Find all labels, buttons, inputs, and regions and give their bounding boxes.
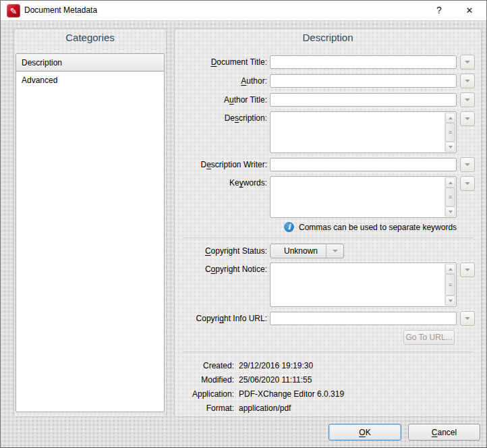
format-label: Format: xyxy=(187,401,234,416)
keywords-row: Keywords: ≡ xyxy=(175,176,473,218)
author-title-row: Author Title: xyxy=(175,92,473,107)
copyright-info-url-input[interactable] xyxy=(270,312,457,325)
scroll-up-button[interactable] xyxy=(445,264,455,274)
chevron-down-icon xyxy=(465,163,470,166)
copyright-info-url-label: Copyright Info URL: xyxy=(175,314,267,323)
keywords-dropdown-button[interactable] xyxy=(460,176,475,191)
chevron-down-icon xyxy=(465,61,470,63)
author-label: Author: xyxy=(175,76,267,86)
scroll-up-button[interactable] xyxy=(445,177,455,188)
description-writer-dropdown-button[interactable] xyxy=(460,157,475,172)
application-row: Application: PDF-XChange Editor 6.0.319 xyxy=(187,387,481,401)
keywords-scrollbar[interactable]: ≡ xyxy=(445,177,455,217)
divider xyxy=(183,352,473,352)
category-item-advanced[interactable]: Advanced xyxy=(16,72,164,89)
copyright-notice-row: Copyright Notice: ≡ xyxy=(175,262,473,307)
created-value: 29/12/2016 19:19:30 xyxy=(239,359,313,373)
keywords-note-row: i Commas can be used to separate keyword… xyxy=(284,222,473,232)
scroll-down-button[interactable] xyxy=(445,142,455,152)
copyright-status-combobox[interactable]: Unknown xyxy=(270,244,344,258)
description-writer-row: Description Writer: xyxy=(175,157,473,172)
created-row: Created: 29/12/2016 19:19:30 xyxy=(187,359,481,373)
created-label: Created: xyxy=(187,359,234,373)
dialog-footer: OK Cancel xyxy=(328,424,480,441)
document-info-block: Created: 29/12/2016 19:19:30 Modified: 2… xyxy=(187,359,481,416)
chevron-down-icon xyxy=(465,117,470,120)
pdf-xchange-pencil-icon: ✎ xyxy=(7,4,20,18)
chevron-down-icon xyxy=(465,80,470,82)
document-title-input[interactable] xyxy=(270,55,457,69)
copyright-info-url-dropdown-button[interactable] xyxy=(460,311,475,326)
copyright-status-value: Unknown xyxy=(284,246,330,256)
description-writer-input[interactable] xyxy=(270,158,457,171)
scrollbar-thumb[interactable]: ≡ xyxy=(445,274,455,296)
chevron-down-icon xyxy=(465,269,470,271)
description-row: Description: ≡ xyxy=(175,111,473,153)
description-header: Description xyxy=(175,29,481,47)
author-input[interactable] xyxy=(270,74,457,88)
divider xyxy=(183,237,473,238)
modified-label: Modified: xyxy=(187,373,234,387)
copyright-status-row: Copyright Status: Unknown xyxy=(175,244,473,258)
grip-icon: ≡ xyxy=(449,282,452,288)
close-button[interactable]: ✕ xyxy=(459,1,480,20)
application-value: PDF-XChange Editor 6.0.319 xyxy=(239,387,344,401)
copyright-notice-scrollbar[interactable]: ≡ xyxy=(445,264,455,306)
go-to-url-row: Go To URL... xyxy=(175,330,455,345)
metadata-form: Document Title: Author: Author Title: De… xyxy=(175,47,481,416)
author-dropdown-button[interactable] xyxy=(460,74,475,88)
category-item-description[interactable]: Description xyxy=(16,54,164,72)
description-label: Description: xyxy=(175,113,267,123)
keywords-note: Commas can be used to separate keywords xyxy=(299,223,457,232)
modified-row: Modified: 25/06/2020 11:11:55 xyxy=(187,373,481,387)
title-bar[interactable]: ✎ Document Metadata ? ✕ xyxy=(1,1,486,20)
chevron-down-icon xyxy=(465,182,470,185)
document-metadata-dialog: ✎ Document Metadata ? ✕ Categories Descr… xyxy=(0,0,487,448)
keywords-label: Keywords: xyxy=(175,178,267,188)
grip-icon: ≡ xyxy=(449,130,452,136)
scroll-down-icon xyxy=(449,146,453,148)
help-button[interactable]: ? xyxy=(429,1,449,20)
scroll-up-button[interactable] xyxy=(445,113,455,123)
format-value: application/pdf xyxy=(239,401,291,416)
copyright-status-label: Copyright Status: xyxy=(175,246,267,256)
document-title-label: Document Title: xyxy=(175,57,267,67)
ok-button[interactable]: OK xyxy=(328,424,401,441)
keywords-textarea[interactable]: ≡ xyxy=(270,176,457,218)
document-title-dropdown-button[interactable] xyxy=(460,55,475,69)
scroll-up-icon xyxy=(449,117,453,119)
author-title-label: Author Title: xyxy=(175,95,267,105)
cancel-button[interactable]: Cancel xyxy=(408,424,480,441)
description-panel: Description Document Title: Author: Auth… xyxy=(174,28,482,417)
help-icon: ? xyxy=(436,5,442,16)
scroll-down-icon xyxy=(449,300,453,302)
grip-icon: ≡ xyxy=(449,194,452,200)
scrollbar-thumb[interactable]: ≡ xyxy=(445,123,455,142)
chevron-down-icon xyxy=(465,99,470,101)
categories-listbox[interactable]: Description Advanced xyxy=(16,53,165,412)
chevron-down-icon xyxy=(465,317,470,320)
copyright-notice-textarea[interactable]: ≡ xyxy=(270,262,457,307)
description-scrollbar[interactable]: ≡ xyxy=(445,113,455,152)
document-title-row: Document Title: xyxy=(175,55,473,69)
window-title: Document Metadata xyxy=(24,1,97,20)
categories-panel: Categories Description Advanced xyxy=(13,28,167,417)
scroll-down-button[interactable] xyxy=(445,206,455,217)
dialog-body: Categories Description Advanced Descript… xyxy=(1,20,486,448)
scrollbar-thumb[interactable]: ≡ xyxy=(445,188,455,206)
author-title-dropdown-button[interactable] xyxy=(460,92,475,107)
format-row: Format: application/pdf xyxy=(187,401,481,416)
copyright-info-url-row: Copyright Info URL: xyxy=(175,311,473,326)
description-dropdown-button[interactable] xyxy=(460,111,475,126)
author-row: Author: xyxy=(175,74,473,88)
go-to-url-button[interactable]: Go To URL... xyxy=(403,330,455,345)
close-icon: ✕ xyxy=(466,5,474,16)
copyright-notice-dropdown-button[interactable] xyxy=(460,262,475,277)
description-writer-label: Description Writer: xyxy=(175,160,267,169)
scroll-down-icon xyxy=(449,211,453,213)
description-textarea[interactable]: ≡ xyxy=(270,111,457,153)
info-icon: i xyxy=(284,222,294,232)
author-title-input[interactable] xyxy=(270,93,457,107)
scroll-down-button[interactable] xyxy=(445,296,455,306)
application-label: Application: xyxy=(187,387,234,401)
